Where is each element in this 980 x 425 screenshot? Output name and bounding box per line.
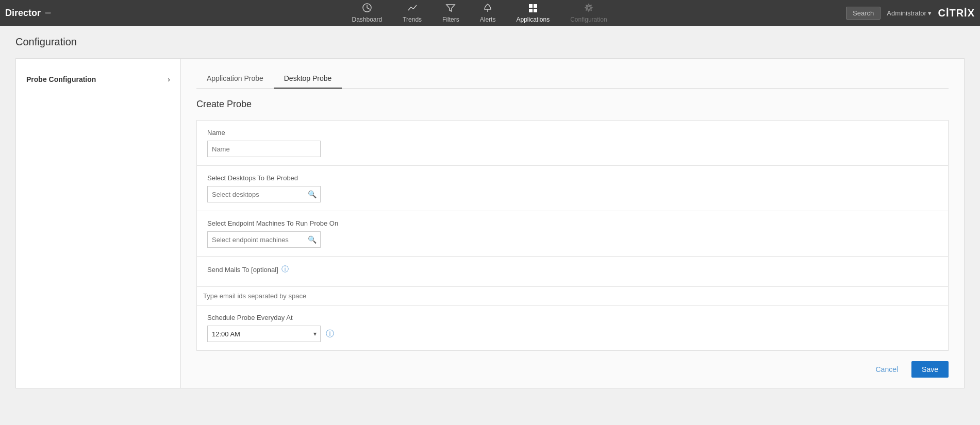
chevron-right-icon: ›: [168, 75, 170, 83]
nav-label-trends: Trends: [403, 16, 422, 23]
desktops-section-inner: Select Desktops To Be Probed 🔍: [197, 166, 948, 211]
nav-item-alerts[interactable]: Alerts: [470, 0, 506, 26]
schedule-select-wrap: 12:00 AM 1:00 AM 2:00 AM 6:00 AM 12:00 P…: [207, 326, 321, 342]
main-panel: Application Probe Desktop Probe Create P…: [181, 59, 964, 388]
tab-desktop-probe[interactable]: Desktop Probe: [274, 69, 342, 89]
trends-icon: [407, 3, 418, 15]
nav-item-filters[interactable]: Filters: [432, 0, 470, 26]
nav-item-configuration: Configuration: [560, 0, 617, 26]
email-section: Send Mails To [optional] ⓘ: [196, 257, 949, 305]
nav-label-alerts: Alerts: [480, 16, 496, 23]
save-button[interactable]: Save: [911, 361, 949, 378]
page-title: Configuration: [15, 36, 965, 48]
name-section-inner: Name: [197, 121, 948, 165]
svg-rect-9: [534, 9, 537, 12]
svg-point-5: [487, 11, 488, 12]
schedule-section: Schedule Probe Everyday At 12:00 AM 1:00…: [196, 305, 949, 351]
endpoint-section: Select Endpoint Machines To Run Probe On…: [196, 211, 949, 257]
svg-rect-6: [529, 4, 533, 8]
dashboard-icon: [362, 3, 372, 15]
name-label: Name: [207, 129, 938, 137]
schedule-info-icon[interactable]: ⓘ: [326, 329, 334, 339]
desktops-input-wrap: 🔍: [207, 186, 321, 202]
tab-label-application-probe: Application Probe: [207, 74, 263, 82]
brand-logo: Director: [5, 8, 51, 19]
email-info-icon[interactable]: ⓘ: [281, 265, 289, 274]
nav-item-applications[interactable]: Applications: [506, 0, 560, 26]
footer-actions: Cancel Save: [196, 351, 949, 378]
svg-line-2: [367, 8, 370, 9]
svg-rect-8: [529, 9, 533, 12]
form-title: Create Probe: [196, 99, 949, 110]
nav-items: Dashboard Trends Filters Alerts: [113, 0, 846, 26]
cancel-button[interactable]: Cancel: [867, 361, 906, 378]
endpoint-label: Select Endpoint Machines To Run Probe On: [207, 219, 938, 227]
schedule-section-inner: Schedule Probe Everyday At 12:00 AM 1:00…: [197, 305, 948, 350]
nav-label-configuration: Configuration: [570, 16, 607, 23]
nav-item-trends[interactable]: Trends: [392, 0, 432, 26]
alerts-icon: [483, 3, 493, 15]
endpoint-input[interactable]: [207, 231, 321, 248]
email-section-inner: Send Mails To [optional] ⓘ: [197, 257, 948, 286]
sidebar-item-label: Probe Configuration: [26, 75, 96, 83]
nav-label-applications: Applications: [516, 16, 550, 23]
brand-badge: [45, 12, 51, 14]
svg-marker-3: [446, 5, 455, 11]
desktops-label: Select Desktops To Be Probed: [207, 174, 938, 182]
desktops-input[interactable]: [207, 186, 321, 202]
brand-name: Director: [5, 8, 41, 19]
tab-application-probe[interactable]: Application Probe: [196, 69, 274, 89]
main-layout: Probe Configuration › Application Probe …: [15, 58, 965, 388]
schedule-row: 12:00 AM 1:00 AM 2:00 AM 6:00 AM 12:00 P…: [207, 326, 938, 342]
email-label-text: Send Mails To [optional]: [207, 266, 278, 274]
citrix-logo: CİTRİX: [938, 7, 975, 19]
filters-icon: [445, 3, 456, 15]
nav-label-filters: Filters: [442, 16, 459, 23]
nav-label-dashboard: Dashboard: [352, 16, 382, 23]
page-content: Configuration Probe Configuration › Appl…: [0, 26, 980, 425]
tab-label-desktop-probe: Desktop Probe: [284, 74, 332, 82]
search-button[interactable]: Search: [846, 7, 881, 20]
nav-item-dashboard[interactable]: Dashboard: [341, 0, 392, 26]
top-navigation: Director Dashboard Trends Filters: [0, 0, 980, 26]
desktops-section: Select Desktops To Be Probed 🔍: [196, 166, 949, 211]
applications-icon: [528, 3, 538, 15]
svg-rect-7: [534, 4, 537, 8]
email-input[interactable]: [197, 286, 948, 305]
sidebar-item-probe-configuration[interactable]: Probe Configuration ›: [16, 69, 180, 90]
name-section: Name: [196, 120, 949, 166]
admin-menu[interactable]: Administrator ▾: [887, 9, 932, 17]
configuration-icon: [584, 3, 594, 15]
name-input[interactable]: [207, 141, 321, 157]
tab-bar: Application Probe Desktop Probe: [196, 69, 949, 89]
svg-point-10: [587, 6, 590, 9]
schedule-select[interactable]: 12:00 AM 1:00 AM 2:00 AM 6:00 AM 12:00 P…: [207, 326, 321, 342]
endpoint-input-wrap: 🔍: [207, 231, 321, 248]
email-label: Send Mails To [optional] ⓘ: [207, 265, 938, 274]
topnav-right: Search Administrator ▾ CİTRİX: [846, 7, 975, 20]
sidebar: Probe Configuration ›: [16, 59, 181, 388]
endpoint-section-inner: Select Endpoint Machines To Run Probe On…: [197, 211, 948, 256]
schedule-label: Schedule Probe Everyday At: [207, 314, 938, 321]
